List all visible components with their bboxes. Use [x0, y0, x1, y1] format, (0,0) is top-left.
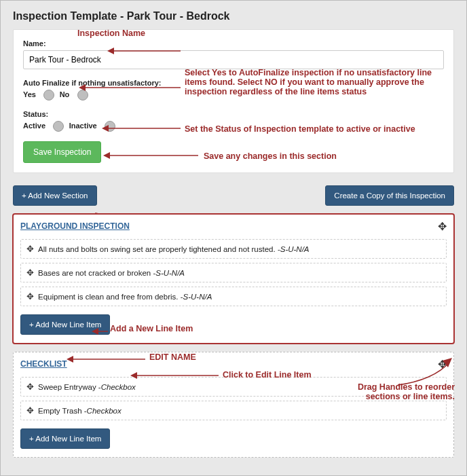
- add-new-section-button[interactable]: + Add New Section: [13, 185, 97, 206]
- move-line-icon[interactable]: ✥: [26, 291, 34, 301]
- autofinalize-no-label: No: [60, 90, 70, 98]
- move-line-icon[interactable]: ✥: [26, 405, 34, 416]
- move-line-icon[interactable]: ✥: [26, 382, 34, 392]
- annot-add-line: Add a New Line Item: [110, 324, 193, 333]
- move-line-icon[interactable]: ✥: [26, 268, 34, 278]
- status-active-label: Active: [23, 122, 45, 130]
- autofinalize-label: Auto Finalize if nothing unsatisfactory:: [23, 79, 444, 87]
- inspection-name-input[interactable]: [23, 50, 444, 69]
- section-checklist: ✥ CHECKLIST ✥Sweep Entryway - Checkbox ✥…: [13, 352, 454, 458]
- name-label: Name:: [23, 39, 444, 48]
- add-new-line-item-button[interactable]: + Add New Line Item: [20, 314, 110, 335]
- move-section-icon[interactable]: ✥: [438, 220, 447, 233]
- status-inactive-radio[interactable]: [105, 121, 115, 132]
- add-new-line-item-button[interactable]: + Add New Line Item: [20, 428, 110, 449]
- line-item-text: Empty Trash -: [38, 407, 87, 415]
- move-section-icon[interactable]: ✥: [438, 358, 447, 371]
- line-item-type: S-U-N/A: [183, 293, 212, 301]
- line-item-text: Equipment is clean and free from debris.…: [38, 293, 183, 301]
- autofinalize-yes-radio[interactable]: [43, 90, 54, 100]
- annot-inspection-name: Inspection Name: [77, 29, 145, 38]
- section-playground: ✥ PLAYGROUND INSPECTION ✥All nuts and bo…: [13, 214, 454, 344]
- line-item[interactable]: ✥Sweep Entryway - Checkbox: [20, 377, 447, 397]
- annot-edit-name: EDIT NAME: [149, 352, 196, 362]
- status-label: Status:: [23, 110, 444, 118]
- autofinalize-yes-label: Yes: [23, 90, 36, 98]
- save-inspection-button[interactable]: Save Inspection: [23, 141, 101, 163]
- section-title[interactable]: CHECKLIST: [20, 359, 67, 369]
- line-item[interactable]: ✥Equipment is clean and free from debris…: [20, 287, 447, 306]
- move-line-icon[interactable]: ✥: [26, 244, 34, 254]
- status-inactive-label: Inactive: [69, 122, 97, 130]
- line-item[interactable]: ✥Empty Trash - Checkbox: [20, 401, 447, 420]
- line-item-type: Checkbox: [101, 383, 136, 391]
- line-item-type: S-U-N/A: [280, 245, 310, 253]
- page-title: Inspection Template - Park Tour - Bedroc…: [13, 10, 466, 22]
- line-item[interactable]: ✥All nuts and bolts on swing set are pro…: [20, 239, 447, 259]
- inspection-settings-card: Name: Auto Finalize if nothing unsatisfa…: [13, 29, 454, 173]
- section-title[interactable]: PLAYGROUND INSPECTION: [20, 221, 130, 231]
- line-item-text: Bases are not cracked or broken -: [38, 269, 155, 277]
- autofinalize-no-radio[interactable]: [77, 90, 88, 100]
- line-item-type: S-U-N/A: [155, 269, 185, 277]
- svg-marker-12: [67, 356, 73, 363]
- line-item-text: Sweep Entryway -: [38, 383, 101, 391]
- copy-inspection-button[interactable]: Create a Copy of this Inspection: [325, 185, 454, 206]
- status-active-radio[interactable]: [53, 121, 64, 132]
- line-item-text: All nuts and bolts on swing set are prop…: [38, 245, 280, 253]
- line-item-type: Checkbox: [87, 407, 122, 415]
- line-item[interactable]: ✥Bases are not cracked or broken - S-U-N…: [20, 263, 447, 282]
